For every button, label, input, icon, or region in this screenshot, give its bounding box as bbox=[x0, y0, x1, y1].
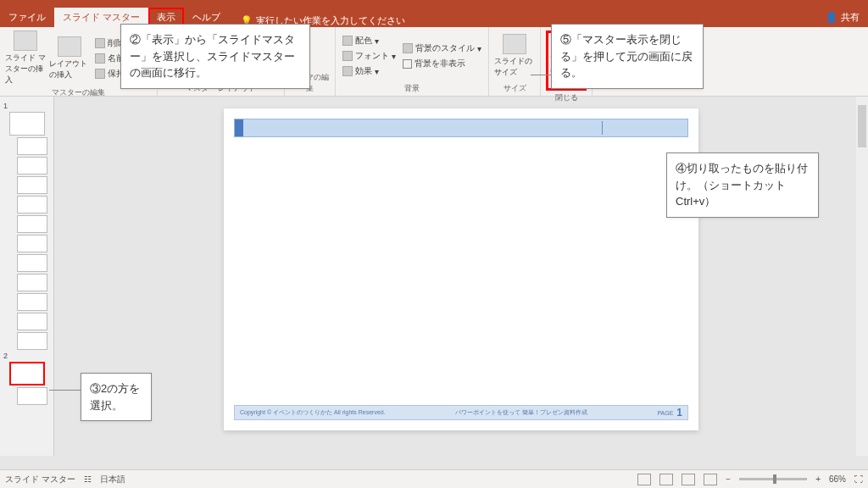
share-icon: 👤 bbox=[826, 12, 837, 23]
group-label: 背景 bbox=[341, 81, 483, 94]
slide-canvas[interactable]: Copyright © イベントのつくりかた All rights Reserv… bbox=[54, 97, 868, 456]
view-mode-label: スライド マスター bbox=[5, 474, 75, 485]
layout-thumbnail[interactable] bbox=[17, 387, 47, 405]
bg-style-icon bbox=[403, 43, 413, 53]
slideshow-view-button[interactable] bbox=[704, 474, 717, 485]
zoom-out-button[interactable]: − bbox=[726, 474, 731, 484]
layout-thumbnail[interactable] bbox=[17, 157, 47, 175]
sorter-view-button[interactable] bbox=[659, 474, 673, 485]
colors-icon bbox=[342, 36, 353, 46]
delete-icon bbox=[95, 38, 105, 48]
layout-icon bbox=[58, 36, 81, 57]
annotation-4: ④切り取ったものを貼り付け。（ショートカットCtrl+v） bbox=[666, 152, 819, 218]
layout-thumbnail[interactable] bbox=[17, 313, 47, 330]
insert-slide-master-button[interactable]: スライド マスターの挿入 bbox=[5, 30, 46, 86]
thumb-number: 2 bbox=[3, 352, 52, 360]
layout-thumbnail[interactable] bbox=[17, 137, 47, 155]
tab-file[interactable]: ファイル bbox=[0, 8, 54, 27]
layout-thumbnail[interactable] bbox=[17, 235, 47, 252]
title-placeholder[interactable] bbox=[234, 119, 688, 137]
bg-styles-button[interactable]: 背景のスタイル ▾ bbox=[401, 42, 483, 55]
fit-window-button[interactable]: ⛶ bbox=[854, 474, 863, 484]
effects-button[interactable]: 効果 ▾ bbox=[341, 64, 398, 78]
fonts-button[interactable]: フォント ▾ bbox=[341, 49, 398, 63]
colors-button[interactable]: 配色 ▾ bbox=[341, 34, 398, 47]
preserve-icon bbox=[95, 69, 105, 79]
zoom-level[interactable]: 66% bbox=[829, 474, 846, 484]
status-bar: スライド マスター ☷ 日本語 − + 66% ⛶ bbox=[0, 469, 868, 488]
layout-thumbnail[interactable] bbox=[17, 274, 47, 291]
layout-thumbnail[interactable] bbox=[17, 332, 47, 350]
language-label[interactable]: 日本語 bbox=[100, 474, 125, 485]
slide-master-view[interactable]: Copyright © イベントのつくりかた All rights Reserv… bbox=[224, 108, 698, 430]
group-label: サイズ bbox=[494, 81, 535, 94]
rename-icon bbox=[95, 53, 105, 64]
annotation-5: ⑤「マスター表示を閉じる」を押して元の画面に戻る。 bbox=[551, 24, 704, 89]
layout-thumbnail[interactable] bbox=[17, 293, 47, 311]
effects-icon bbox=[342, 66, 353, 76]
vertical-scrollbar[interactable] bbox=[856, 97, 868, 456]
footer-placeholder[interactable]: Copyright © イベントのつくりかた All rights Reserv… bbox=[234, 405, 688, 420]
size-icon bbox=[503, 34, 526, 54]
thumb-number: 1 bbox=[3, 102, 52, 110]
layout-thumbnail[interactable] bbox=[17, 254, 47, 272]
layout-thumbnail[interactable] bbox=[17, 215, 47, 233]
reading-view-button[interactable] bbox=[682, 474, 695, 485]
slide-size-button[interactable]: スライドのサイズ bbox=[494, 30, 535, 81]
annotation-2: ②「表示」から「スライドマスター」を選択し、スライドマスターの画面に移行。 bbox=[120, 24, 310, 89]
layout-thumbnail[interactable] bbox=[17, 196, 47, 214]
zoom-slider[interactable] bbox=[739, 478, 807, 480]
master-thumbnail-1[interactable] bbox=[9, 112, 45, 136]
share-button[interactable]: 👤 共有 bbox=[817, 8, 868, 27]
insert-layout-button[interactable]: レイアウトの挿入 bbox=[49, 30, 90, 86]
fonts-icon bbox=[342, 51, 353, 61]
annotation-3: ③2の方を選択。 bbox=[81, 373, 152, 421]
master-thumbnail-2[interactable] bbox=[9, 362, 45, 385]
thumbnail-pane[interactable]: 1 2 bbox=[0, 97, 54, 456]
slide-master-icon bbox=[14, 30, 37, 51]
accessibility-icon[interactable]: ☷ bbox=[84, 474, 92, 484]
zoom-in-button[interactable]: + bbox=[815, 474, 821, 484]
checkbox-icon bbox=[403, 59, 412, 69]
hide-bg-checkbox[interactable]: 背景を非表示 bbox=[401, 57, 483, 70]
normal-view-button[interactable] bbox=[637, 474, 651, 485]
layout-thumbnail[interactable] bbox=[17, 176, 47, 194]
